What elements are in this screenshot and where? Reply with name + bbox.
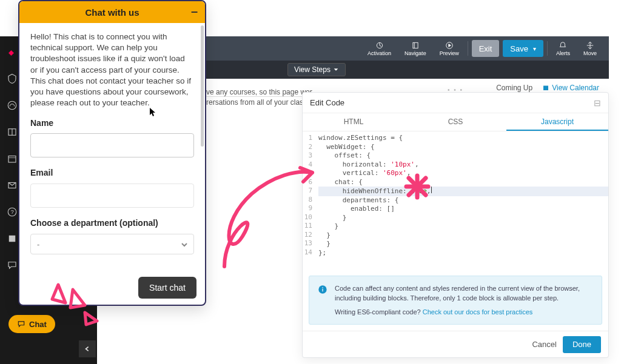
chat-launcher-button[interactable]: Chat xyxy=(8,315,55,333)
cancel-button[interactable]: Cancel xyxy=(532,340,556,349)
start-chat-button[interactable]: Start chat xyxy=(138,277,196,299)
panel-footer: Cancel Done xyxy=(303,331,608,357)
view-calendar-link[interactable]: View Calendar xyxy=(542,84,599,92)
chevron-down-icon: ▾ xyxy=(533,45,536,52)
panel-header: Edit Code ⊟ xyxy=(303,93,608,113)
info-callout: Code can affect any content and styles r… xyxy=(309,276,602,325)
phone-label: Phone Number xyxy=(30,271,194,272)
alerts-button[interactable]: Alerts xyxy=(551,39,575,58)
svg-point-0 xyxy=(8,101,16,110)
code-editor[interactable]: 1234567891011121314 window.zESettings = … xyxy=(303,131,608,270)
preview-button[interactable]: Preview xyxy=(435,39,464,58)
chat-intro-text: Hello! This chat is to connect you with … xyxy=(30,31,194,109)
svg-rect-3 xyxy=(8,156,16,163)
done-button[interactable]: Done xyxy=(563,336,601,353)
name-label: Name xyxy=(30,117,194,129)
view-steps-dropdown[interactable]: View Steps xyxy=(287,63,346,76)
background-text: ve any courses, so this page wor rersati… xyxy=(206,87,317,108)
tab-html[interactable]: HTML xyxy=(303,113,404,131)
email-label: Email xyxy=(30,167,194,179)
activation-button[interactable]: Activation xyxy=(363,39,396,58)
minimize-icon[interactable]: – xyxy=(191,5,198,17)
chat-title: Chat with us xyxy=(85,7,139,18)
svg-rect-14 xyxy=(322,288,323,291)
separator xyxy=(547,41,548,56)
calendar-icon xyxy=(542,84,549,91)
svg-rect-10 xyxy=(413,42,418,48)
chat-body: Hello! This chat is to connect you with … xyxy=(19,23,205,272)
code-tabs: HTML CSS Javascript xyxy=(303,113,608,131)
chevron-down-icon xyxy=(333,67,339,73)
info-icon xyxy=(318,285,327,294)
chat-header[interactable]: Chat with us – xyxy=(19,1,205,23)
svg-rect-15 xyxy=(322,287,323,288)
name-input[interactable] xyxy=(30,133,194,157)
coming-up-label: Coming Up xyxy=(496,84,532,92)
navigate-button[interactable]: Navigate xyxy=(400,39,431,58)
chat-widget: Chat with us – Hello! This chat is to co… xyxy=(18,0,206,306)
svg-rect-12 xyxy=(543,85,548,90)
separator xyxy=(468,41,468,56)
panel-title: Edit Code xyxy=(310,98,344,107)
save-button[interactable]: Save▾ xyxy=(503,40,543,57)
line-gutter: 1234567891011121314 xyxy=(303,131,316,270)
move-button[interactable]: Move xyxy=(579,39,602,58)
info-text: Code can affect any content and styles r… xyxy=(335,283,593,303)
department-label: Choose a department (optional) xyxy=(30,217,194,229)
info-text-2: Writing ES6-compliant code? xyxy=(335,308,423,316)
code-content[interactable]: window.zESettings = { webWidget: { offse… xyxy=(316,131,608,270)
scrollbar[interactable] xyxy=(201,25,204,147)
email-input[interactable] xyxy=(30,184,194,208)
chat-icon xyxy=(17,320,25,328)
svg-text:?: ? xyxy=(11,209,14,215)
docs-link[interactable]: Check out our docs for best practices xyxy=(423,308,533,316)
exit-button[interactable]: Exit xyxy=(472,40,500,57)
tab-javascript[interactable]: Javascript xyxy=(506,113,608,131)
department-select[interactable]: - xyxy=(30,234,194,254)
minimize-icon[interactable]: ⊟ xyxy=(594,98,601,108)
edit-code-panel: • • • Edit Code ⊟ HTML CSS Javascript 12… xyxy=(302,92,609,358)
svg-rect-8 xyxy=(9,236,16,242)
chevron-left-icon xyxy=(84,346,90,352)
annotation-arrow xyxy=(224,168,312,266)
tab-css[interactable]: CSS xyxy=(404,113,506,131)
chevron-down-icon xyxy=(181,241,188,248)
collapse-button[interactable] xyxy=(79,340,96,357)
chat-footer: Start chat xyxy=(19,272,205,305)
